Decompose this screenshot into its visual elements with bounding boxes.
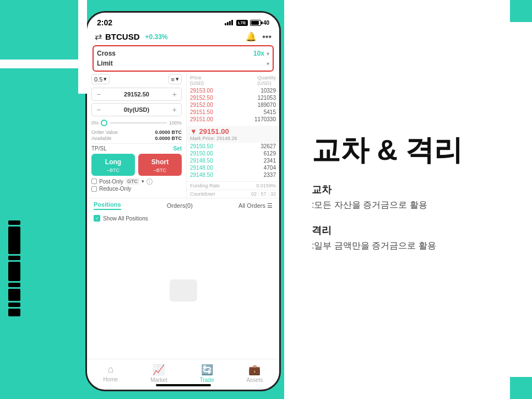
- price-minus-button[interactable]: −: [95, 90, 102, 99]
- long-short-row: Long –BTC Short –BTC: [91, 154, 182, 176]
- order-value-label: Order Value: [91, 130, 118, 135]
- tpsl-row: TP/SL Set: [91, 143, 182, 152]
- checkmark-icon: ✓: [95, 216, 99, 221]
- filter-icon: ≡: [171, 76, 175, 83]
- nav-trade[interactable]: 🔄 Trade: [200, 364, 214, 383]
- slider-row: 0% 100%: [91, 120, 182, 126]
- section-isolation-title: 격리: [312, 224, 504, 237]
- show-all-row: ✓ Show All Positions: [87, 213, 279, 224]
- cross-deco-vertical: [78, 0, 87, 94]
- long-button[interactable]: Long –BTC: [91, 154, 135, 176]
- pair-name[interactable]: BTCUSD: [105, 32, 140, 41]
- cross-select[interactable]: Cross: [97, 50, 253, 57]
- all-orders-icon: ☰: [267, 202, 273, 209]
- positions-tab[interactable]: Positions: [94, 201, 121, 210]
- post-only-checkbox[interactable]: [91, 179, 97, 184]
- limit-select[interactable]: Limit: [97, 60, 267, 67]
- more-icon[interactable]: •••: [262, 32, 272, 42]
- post-only-row: Post-Only GTC ▾ i: [91, 178, 182, 185]
- signal-bars: [225, 20, 233, 25]
- nav-market[interactable]: 📈 Market: [150, 364, 167, 383]
- battery-icon: [250, 20, 261, 26]
- nav-assets[interactable]: 💼 Assets: [246, 364, 263, 383]
- qty-plus-button[interactable]: +: [171, 105, 178, 114]
- ob-buy-row-5: 29148.50 2337: [187, 171, 279, 179]
- qty-header: Quantity(USD): [257, 75, 276, 86]
- limit-dropdown-arrow[interactable]: ▾: [267, 61, 269, 67]
- home-icon: ⌂: [107, 364, 113, 375]
- buy-price-1: 29150.50: [190, 143, 213, 149]
- signal-bar-4: [231, 20, 233, 25]
- reduce-only-checkbox[interactable]: [91, 186, 97, 192]
- bar-7: [8, 303, 20, 307]
- available-label: Available: [91, 136, 111, 141]
- sell-qty-4: 5415: [264, 109, 276, 115]
- sell-qty-2: 121053: [258, 95, 276, 101]
- long-sub: –BTC: [107, 168, 120, 173]
- ob-sell-row-4: 29151.50 5415: [187, 109, 279, 116]
- funding-row: Funding Rate 0.0159%: [187, 181, 279, 190]
- short-button[interactable]: Short –BTC: [138, 154, 182, 176]
- section-isolation-desc: :일부 금액만을 증거금으로 활용: [312, 239, 504, 252]
- qty-input-value[interactable]: 0ty(USD): [102, 106, 171, 113]
- funding-value: 0.0159%: [256, 183, 276, 188]
- current-price[interactable]: ▼ 29151.00: [190, 127, 276, 136]
- empty-positions-icon: [170, 279, 197, 301]
- checkbox-row: Post-Only GTC ▾ i Reduce-Only: [91, 178, 182, 192]
- filter-arrow: ▾: [176, 76, 179, 83]
- right-panel: 교차 & 격리 교차 :모든 자산을 증거금으로 활용 격리 :일부 금액만을 …: [284, 0, 532, 399]
- funding-label: Funding Rate: [190, 183, 220, 188]
- short-sub: –BTC: [154, 168, 166, 173]
- amount-select[interactable]: 0.5 ▾: [91, 74, 110, 84]
- sell-qty-5: 1170330: [254, 116, 276, 122]
- ob-current-price-block: ▼ 29151.00 Mark Price: 29148.26: [187, 126, 279, 143]
- bell-icon[interactable]: 🔔: [246, 31, 257, 42]
- buy-price-3: 29148.50: [190, 158, 213, 164]
- available-val: 0.0000 BTC: [155, 136, 182, 141]
- show-all-label: Show All Positions: [103, 215, 148, 222]
- home-label: Home: [103, 376, 118, 382]
- price-input-value[interactable]: 29152.50: [102, 91, 171, 98]
- ob-sell-row-3: 29152.00 189070: [187, 101, 279, 109]
- ob-buy-row-4: 29148.00 4704: [187, 164, 279, 171]
- buy-qty-2: 6129: [264, 150, 276, 157]
- bar-8: [8, 309, 20, 316]
- section-isolation: 격리 :일부 금액만을 증거금으로 활용: [312, 224, 504, 252]
- sell-price-2: 29152.50: [190, 95, 213, 101]
- leverage-badge[interactable]: 10x: [253, 50, 264, 57]
- all-orders-link[interactable]: All Orders ☰: [238, 202, 273, 209]
- trade-label: Trade: [200, 377, 214, 383]
- teal-square-bottom-right: [510, 377, 532, 399]
- lte-badge: LTE: [236, 20, 248, 26]
- white-square-top: [488, 0, 510, 22]
- status-time: 2:02: [97, 18, 112, 27]
- sell-price-5: 29151.00: [190, 116, 213, 122]
- battery-pct: 40: [263, 20, 269, 26]
- market-icon: 📈: [153, 364, 165, 376]
- countdown-value: 02 : 57 : 32: [251, 191, 276, 197]
- phone-frame: 2:02 LTE 40 ⇄ B: [85, 11, 281, 391]
- nav-home[interactable]: ⌂ Home: [103, 364, 118, 383]
- show-all-checkbox[interactable]: ✓: [94, 215, 100, 222]
- slider-pct-100: 100%: [169, 120, 182, 126]
- ob-sell-row-2: 29152.50 121053: [187, 94, 279, 101]
- countdown-row: Countdown 02 : 57 : 32: [187, 190, 279, 198]
- filter-select[interactable]: ≡ ▾: [169, 74, 182, 84]
- teal-square-top-right: [510, 0, 532, 22]
- trading-panel: 0.5 ▾ ≡ ▾ − 29152.50 +: [87, 74, 186, 198]
- price-plus-button[interactable]: +: [171, 90, 178, 99]
- slider-handle[interactable]: [101, 120, 107, 126]
- cross-dropdown-arrow[interactable]: ▾: [267, 51, 269, 57]
- swap-icon[interactable]: ⇄: [95, 31, 102, 42]
- set-button[interactable]: Set: [173, 145, 182, 152]
- info-icon[interactable]: i: [146, 179, 153, 185]
- ob-sell-row-1: 29153.00 10329: [187, 87, 279, 94]
- gtc-badge[interactable]: GTC: [126, 178, 139, 185]
- section-cross-title: 교차: [312, 183, 504, 196]
- qty-minus-button[interactable]: −: [95, 105, 102, 114]
- ob-buy-row-3: 29148.50 2341: [187, 157, 279, 164]
- all-orders-text: All Orders: [238, 202, 265, 209]
- slider-track[interactable]: [110, 122, 167, 123]
- orders-tab[interactable]: Orders(0): [167, 202, 193, 209]
- phone-mockup: 2:02 LTE 40 ⇄ B: [85, 11, 281, 391]
